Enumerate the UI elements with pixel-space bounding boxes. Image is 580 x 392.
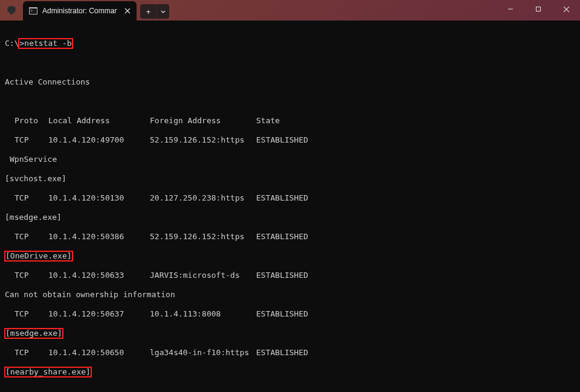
table-row: TCP10.1.4.120:50650lga34s40-in-f10:https… [5,348,575,358]
new-tab-button[interactable]: + [140,4,157,19]
col-proto-header: Proto [14,116,48,126]
terminal-icon [29,7,37,14]
table-row: TCP10.1.4.120:5013020.127.250.238:httpsE… [5,193,575,203]
tab-active[interactable]: Administrator: Command Pro [23,1,137,21]
service-name: WpnService [5,155,575,164]
process-owner: [svchost.exe] [5,174,575,184]
highlight-command: >netstat -b [19,39,72,48]
tab-dropdown-button[interactable] [157,4,169,19]
active-connections-heading: Active Connections [5,77,575,87]
app-icon-zone [0,0,23,21]
titlebar-spacer[interactable] [169,0,497,21]
close-window-button[interactable] [552,0,580,18]
title-bar: Administrator: Command Pro + [0,0,580,21]
process-owner: [msedge.exe] [5,213,575,222]
highlight-msedge: [msedge.exe] [5,329,575,338]
maximize-button[interactable] [524,0,552,18]
table-row: TCP10.1.4.120:5063710.1.4.113:8008ESTABL… [5,309,575,319]
col-local-header: Local Address [48,116,150,126]
prompt-line-1: C:\>netstat -b [5,39,575,48]
table-row: TCP10.1.4.120:4970052.159.126.152:httpsE… [5,135,575,145]
table-header-row: ProtoLocal AddressForeign AddressState [5,116,575,126]
highlight-onedrive: [OneDrive.exe] [5,251,575,261]
highlight-nearby-share: [nearby_share.exe] [5,367,575,377]
blank-line [5,387,575,392]
shield-icon [7,5,16,15]
table-row: TCP10.1.4.120:5038652.159.126.152:httpsE… [5,232,575,242]
svg-rect-0 [536,7,541,11]
blank-line [5,97,575,106]
close-tab-button[interactable] [122,5,133,16]
table-row: TCP10.1.4.120:50633JARVIS:microsoft-dsES… [5,271,575,280]
col-foreign-header: Foreign Address [150,116,256,126]
ownership-error: Can not obtain ownership information [5,290,575,300]
terminal-pane[interactable]: C:\>netstat -b Active Connections ProtoL… [0,21,580,392]
tabstrip-controls: + [140,2,169,21]
minimize-button[interactable] [497,0,524,18]
window-controls [497,0,580,21]
col-state-header: State [256,116,280,126]
blank-line [5,58,575,68]
tab-title: Administrator: Command Pro [42,7,117,15]
